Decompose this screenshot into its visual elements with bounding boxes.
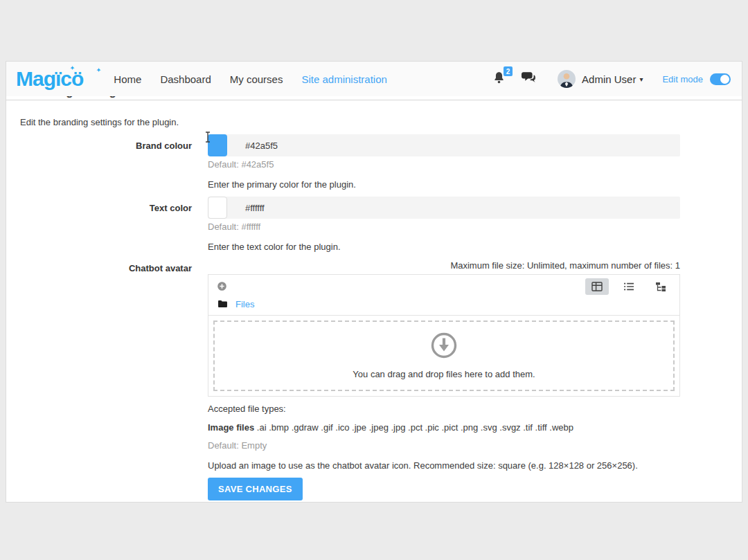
chat-bubbles-icon (522, 71, 537, 87)
accepted-file-types-list: Image files .ai .bmp .gdraw .gif .ico .j… (208, 422, 680, 433)
drag-drop-zone[interactable]: You can drag and drop files here to add … (213, 320, 675, 391)
field-help-text: Upload an image to use as the chatbot av… (208, 460, 680, 471)
settings-form: Edit the branding settings for the plugi… (6, 117, 742, 500)
tree-view-icon (655, 282, 666, 291)
text-color-swatch[interactable] (208, 197, 227, 219)
navbar-right: 2 (493, 70, 731, 88)
grid-view-icon (591, 282, 603, 291)
form-row-brand-colour: Brand colour #42a5f5 Default: #42a5f5 En… (20, 134, 742, 190)
circled-plus-icon (217, 281, 227, 291)
file-drop-region: You can drag and drop files here to add … (208, 315, 679, 396)
brand-colour-swatch[interactable] (208, 134, 227, 156)
form-row-text-color: Text color #ffffff Default: #ffffff Ente… (20, 197, 742, 252)
nav-item-home[interactable]: Home (114, 73, 141, 85)
default-value-text: Default: #42a5f5 (208, 159, 680, 170)
save-changes-button[interactable]: SAVE CHANGES (208, 478, 303, 500)
header-divider (6, 100, 742, 100)
text-color-input[interactable]: #ffffff (208, 197, 680, 219)
display-mode-buttons (577, 278, 673, 295)
logo[interactable]: Magïcö ✦ ✦ (12, 69, 87, 89)
primary-nav: Home Dashboard My courses Site administr… (114, 73, 406, 85)
page-title: Branding Settings (21, 96, 742, 99)
add-file-button[interactable] (217, 281, 227, 291)
nav-item-my-courses[interactable]: My courses (230, 73, 283, 85)
list-view-button[interactable] (617, 278, 641, 295)
field-label: Brand colour (20, 134, 192, 190)
max-file-size-text: Maximum file size: Unlimited, maximum nu… (208, 260, 680, 271)
toggle-knob (720, 75, 729, 84)
field-control: Maximum file size: Unlimited, maximum nu… (208, 260, 680, 500)
default-value-text: Default: #ffffff (208, 222, 680, 233)
form-row-chatbot-avatar: Chatbot avatar Maximum file size: Unlimi… (20, 260, 742, 500)
notifications-button[interactable]: 2 (493, 71, 505, 87)
default-value-text: Default: Empty (208, 440, 680, 451)
list-view-icon (623, 282, 634, 291)
field-help-text: Enter the primary color for the plugin. (208, 179, 680, 190)
accepted-file-types-title: Accepted file types: (208, 404, 680, 415)
messages-button[interactable] (522, 71, 537, 87)
brand-colour-input[interactable]: #42a5f5 (208, 134, 680, 156)
tree-view-button[interactable] (649, 278, 673, 295)
nav-item-site-administration[interactable]: Site administration (301, 73, 386, 85)
field-help-text: Enter the text color for the plugin. (208, 242, 680, 253)
intro-text: Edit the branding settings for the plugi… (20, 117, 742, 127)
files-breadcrumb-link[interactable]: Files (235, 299, 254, 309)
drop-zone-text: You can drag and drop files here to add … (353, 369, 535, 379)
page-background: Magïcö ✦ ✦ Home Dashboard My courses Sit… (0, 0, 748, 560)
file-manager-toolbar (208, 275, 679, 296)
icons-view-button[interactable] (585, 278, 609, 295)
nav-item-dashboard[interactable]: Dashboard (160, 73, 211, 85)
file-manager: Files You can drag and drop files here t… (208, 274, 680, 397)
sparkle-icon: ✦ (96, 68, 100, 73)
top-navbar: Magïcö ✦ ✦ Home Dashboard My courses Sit… (6, 62, 742, 96)
download-arrow-circle-icon (430, 332, 458, 359)
brand-colour-value: #42a5f5 (245, 141, 278, 151)
edit-mode-label: Edit mode (662, 74, 703, 84)
sparkle-icon: ✦ (70, 66, 74, 71)
user-avatar[interactable] (558, 70, 576, 88)
app-window: Magïcö ✦ ✦ Home Dashboard My courses Sit… (6, 61, 742, 503)
field-control: #ffffff Default: #ffffff Enter the text … (208, 197, 680, 252)
accepted-extensions: .ai .bmp .gdraw .gif .ico .jpe .jpeg .jp… (257, 422, 573, 433)
text-color-value: #ffffff (245, 203, 265, 213)
chevron-down-icon[interactable]: ▾ (639, 75, 643, 83)
field-label: Chatbot avatar (20, 260, 192, 500)
field-label: Text color (20, 197, 192, 252)
bell-icon (493, 74, 505, 86)
file-manager-path: Files (208, 296, 679, 315)
folder-icon (217, 300, 228, 308)
edit-mode-toggle[interactable] (710, 73, 731, 85)
accepted-kind: Image files (208, 422, 254, 433)
user-menu[interactable]: Admin User (582, 73, 636, 85)
notification-count-badge: 2 (504, 66, 513, 76)
field-control: #42a5f5 Default: #42a5f5 Enter the prima… (208, 134, 680, 190)
